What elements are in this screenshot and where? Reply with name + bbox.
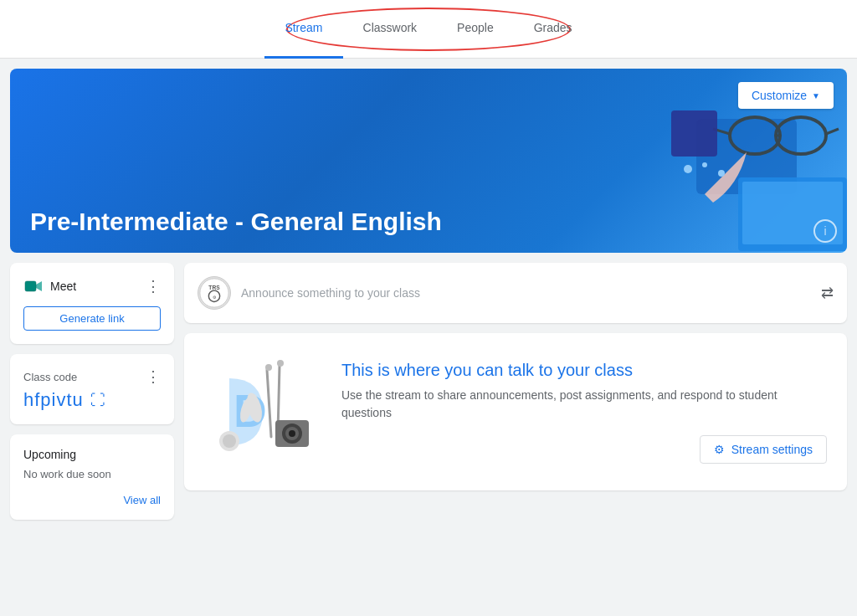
main-content: Meet ⋮ Generate link Class code ⋮ hfpivt… bbox=[10, 263, 847, 520]
upcoming-label: Upcoming bbox=[23, 448, 161, 461]
info-icon: i bbox=[824, 224, 826, 238]
meet-label: Meet bbox=[50, 280, 76, 293]
tab-stream[interactable]: Stream bbox=[264, 0, 342, 59]
avatar-logo: TRS ⚙ bbox=[198, 276, 230, 310]
svg-point-31 bbox=[223, 434, 236, 448]
svg-point-11 bbox=[718, 170, 725, 177]
announce-card[interactable]: TRS ⚙ Announce something to your class ⇄ bbox=[184, 263, 847, 323]
class-code-more-icon[interactable]: ⋮ bbox=[146, 367, 161, 386]
repost-icon[interactable]: ⇄ bbox=[821, 284, 834, 302]
nav-tabs-container: Stream Classwork People Grades bbox=[264, 0, 592, 59]
stream-settings-label: Stream settings bbox=[731, 443, 813, 456]
class-code-label: Class code bbox=[23, 371, 77, 383]
generate-link-button[interactable]: Generate link bbox=[23, 306, 161, 331]
chevron-down-icon: ▼ bbox=[812, 91, 820, 100]
svg-point-23 bbox=[277, 360, 284, 367]
stream-settings-button[interactable]: ⚙ Stream settings bbox=[700, 435, 827, 464]
svg-line-20 bbox=[267, 370, 271, 437]
svg-point-22 bbox=[265, 364, 272, 371]
customize-button[interactable]: Customize ▼ bbox=[738, 82, 834, 109]
nav-tabs: Stream Classwork People Grades bbox=[264, 0, 592, 59]
announce-placeholder[interactable]: Announce something to your class bbox=[241, 286, 811, 300]
upcoming-card: Upcoming No work due soon View all bbox=[10, 434, 174, 520]
tab-people[interactable]: People bbox=[437, 0, 514, 59]
content-area: TRS ⚙ Announce something to your class ⇄… bbox=[184, 263, 847, 520]
top-navigation: Stream Classwork People Grades bbox=[0, 0, 857, 59]
gear-icon: ⚙ bbox=[714, 443, 725, 456]
class-code-value-row: hfpivtu ⛶ bbox=[23, 389, 161, 411]
banner-title: Pre-Intermediate - General English bbox=[10, 191, 462, 253]
svg-point-9 bbox=[684, 165, 692, 173]
stream-info-title: This is where you can talk to your class bbox=[341, 361, 827, 380]
stream-illustration: D bbox=[204, 353, 321, 470]
svg-point-27 bbox=[289, 430, 295, 437]
meet-icon bbox=[23, 276, 44, 296]
sidebar: Meet ⋮ Generate link Class code ⋮ hfpivt… bbox=[10, 263, 174, 520]
svg-marker-13 bbox=[36, 281, 42, 291]
class-code-value: hfpivtu bbox=[23, 389, 84, 411]
no-work-text: No work due soon bbox=[23, 468, 161, 480]
meet-more-icon[interactable]: ⋮ bbox=[146, 277, 161, 295]
meet-header: Meet ⋮ bbox=[23, 276, 161, 296]
stream-info-text: This is where you can talk to your class… bbox=[341, 361, 827, 464]
stream-info-card: D bbox=[184, 333, 847, 490]
class-banner: Pre-Intermediate - General English Custo… bbox=[10, 69, 847, 253]
user-avatar: TRS ⚙ bbox=[198, 276, 231, 310]
expand-icon[interactable]: ⛶ bbox=[90, 392, 105, 409]
class-code-header: Class code ⋮ bbox=[23, 367, 161, 386]
stream-info-description: Use the stream to share announcements, p… bbox=[341, 387, 827, 422]
meet-left: Meet bbox=[23, 276, 76, 296]
svg-text:TRS: TRS bbox=[208, 285, 220, 290]
view-all-link[interactable]: View all bbox=[23, 494, 161, 506]
meet-card: Meet ⋮ Generate link bbox=[10, 263, 174, 344]
banner-info-button[interactable]: i bbox=[813, 219, 837, 243]
svg-line-5 bbox=[826, 129, 839, 134]
svg-point-10 bbox=[702, 162, 707, 167]
tab-grades[interactable]: Grades bbox=[514, 0, 593, 59]
svg-rect-8 bbox=[671, 110, 717, 157]
svg-rect-12 bbox=[25, 281, 36, 291]
tab-classwork[interactable]: Classwork bbox=[343, 0, 438, 59]
svg-point-15 bbox=[200, 279, 228, 307]
class-code-card: Class code ⋮ hfpivtu ⛶ bbox=[10, 354, 174, 424]
customize-label: Customize bbox=[752, 89, 807, 102]
